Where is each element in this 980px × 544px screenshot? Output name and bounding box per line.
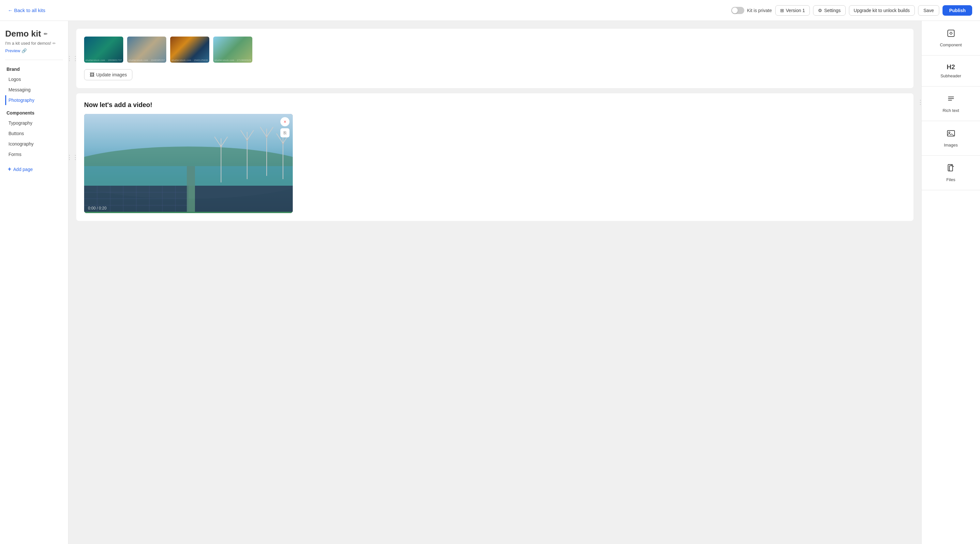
images-section-card: ⋮⋮ shutterstock.com · 1993801737 shutter… <box>76 29 913 88</box>
upgrade-button[interactable]: Upgrade kit to unlock builds <box>849 5 915 16</box>
image-thumb-dock[interactable]: shutterstock.com · 1048385297 <box>127 37 166 63</box>
panel-item-subheader[interactable]: H2 Subheader <box>922 56 980 86</box>
images-grid: shutterstock.com · 1993801737 shuttersto… <box>84 37 906 63</box>
files-label: Files <box>947 177 955 182</box>
sidebar-item-typography[interactable]: Typography <box>5 118 63 128</box>
version-layers-icon: ⊞ <box>780 8 784 13</box>
kit-private-label: Kit is private <box>747 8 772 13</box>
version-label: Version 1 <box>786 8 805 13</box>
kit-name-text: Demo kit <box>5 29 41 39</box>
settings-label: Settings <box>824 8 841 13</box>
kit-name-edit-icon[interactable]: ✏ <box>44 31 48 37</box>
toggle-knob <box>732 8 738 13</box>
add-page-button[interactable]: + Add page <box>5 164 63 174</box>
watermark-2: shutterstock.com · 1048385297 <box>129 59 165 61</box>
app-header: ← Back to all kits Kit is private ⊞ Vers… <box>0 0 980 21</box>
subheader-icon: H2 <box>947 63 955 71</box>
plus-icon: + <box>8 166 11 172</box>
component-label: Component <box>940 42 962 47</box>
save-button[interactable]: Save <box>918 5 940 16</box>
rich-text-label: Rich text <box>942 108 959 113</box>
image-thumb-ocean[interactable]: shutterstock.com · 1993801737 <box>84 37 123 63</box>
component-icon <box>947 29 956 40</box>
gear-icon: ⚙ <box>818 8 822 13</box>
sidebar-item-logos[interactable]: Logos <box>5 74 63 84</box>
sidebar-item-messaging[interactable]: Messaging <box>5 85 63 95</box>
video-close-button[interactable]: × <box>280 117 290 126</box>
drag-handle-images[interactable]: ⋮⋮ <box>68 55 78 62</box>
link-icon: 🔗 <box>22 48 27 53</box>
wind-scene-svg <box>84 114 293 212</box>
svg-rect-36 <box>948 30 954 37</box>
update-images-button[interactable]: 🖼 Update images <box>84 69 132 80</box>
watermark-1: shutterstock.com · 1993801737 <box>86 59 122 61</box>
components-section-title: Components <box>5 110 63 115</box>
video-timestamp: 0:00 / 0:20 <box>88 206 107 211</box>
preview-label: Preview <box>5 48 20 53</box>
kit-description-text: I'm a kit used for demos! <box>5 41 51 46</box>
kit-name: Demo kit ✏ <box>5 29 63 39</box>
svg-rect-4 <box>195 186 293 212</box>
right-panel: Component H2 Subheader Rich text <box>921 21 980 544</box>
sidebar-item-photography[interactable]: Photography <box>5 95 63 105</box>
sidebar: Demo kit ✏ I'm a kit used for demos! ✏ P… <box>0 21 68 544</box>
settings-button[interactable]: ⚙ Settings <box>813 5 846 16</box>
header-left: ← Back to all kits <box>8 8 45 13</box>
watermark-4: shutterstock.com · 1713600929 <box>215 59 251 61</box>
panel-item-component[interactable]: Component <box>922 21 980 56</box>
video-section-heading: Now let's add a video! <box>84 101 906 108</box>
app-body: Demo kit ✏ I'm a kit used for demos! ✏ P… <box>0 21 980 544</box>
svg-rect-35 <box>187 166 195 212</box>
svg-point-41 <box>949 132 950 133</box>
image-icon: 🖼 <box>90 72 94 77</box>
video-section-card: ⋮⋮ ⋮ Now let's add a video! × ⎘ <box>76 93 913 221</box>
panel-item-files[interactable]: Files <box>922 156 980 190</box>
sidebar-item-buttons[interactable]: Buttons <box>5 129 63 138</box>
kit-private-toggle[interactable] <box>731 7 744 14</box>
sidebar-item-iconography[interactable]: Iconography <box>5 139 63 149</box>
video-thumbnail[interactable] <box>84 114 293 213</box>
update-images-label: Update images <box>96 72 127 77</box>
version-button[interactable]: ⊞ Version 1 <box>775 5 810 16</box>
sidebar-divider <box>5 60 63 60</box>
video-container: × ⎘ <box>84 114 293 213</box>
panel-item-rich-text[interactable]: Rich text <box>922 86 980 121</box>
video-section-menu[interactable]: ⋮ <box>917 99 921 106</box>
video-copy-button[interactable]: ⎘ <box>280 128 290 137</box>
rich-text-icon <box>947 94 956 105</box>
back-to-kits-link[interactable]: ← Back to all kits <box>8 8 45 13</box>
image-thumb-sunset[interactable]: shutterstock.com · 1940125830 <box>170 37 209 63</box>
image-thumb-road[interactable]: shutterstock.com · 1713600929 <box>213 37 252 63</box>
add-page-label: Add page <box>13 167 33 172</box>
kit-description-edit-icon[interactable]: ✏ <box>52 41 56 46</box>
header-center: Kit is private ⊞ Version 1 ⚙ Settings Up… <box>731 5 972 16</box>
images-label: Images <box>944 143 958 147</box>
sidebar-item-forms[interactable]: Forms <box>5 150 63 159</box>
brand-section-title: Brand <box>5 67 63 72</box>
kit-description: I'm a kit used for demos! ✏ <box>5 41 63 46</box>
files-icon <box>947 163 956 175</box>
watermark-3: shutterstock.com · 1940125830 <box>172 59 208 61</box>
components-section: Components Typography Buttons Iconograph… <box>5 110 63 159</box>
brand-section: Brand Logos Messaging Photography <box>5 67 63 105</box>
subheader-label: Subheader <box>940 73 961 78</box>
drag-handle-video[interactable]: ⋮⋮ <box>68 154 78 161</box>
preview-link[interactable]: Preview 🔗 <box>5 48 63 53</box>
images-icon <box>947 129 956 140</box>
svg-rect-43 <box>949 166 953 171</box>
main-content: ⋮⋮ shutterstock.com · 1993801737 shutter… <box>68 21 921 544</box>
publish-button[interactable]: Publish <box>942 5 972 16</box>
kit-private-toggle-wrapper: Kit is private <box>731 7 772 14</box>
panel-item-images[interactable]: Images <box>922 121 980 156</box>
